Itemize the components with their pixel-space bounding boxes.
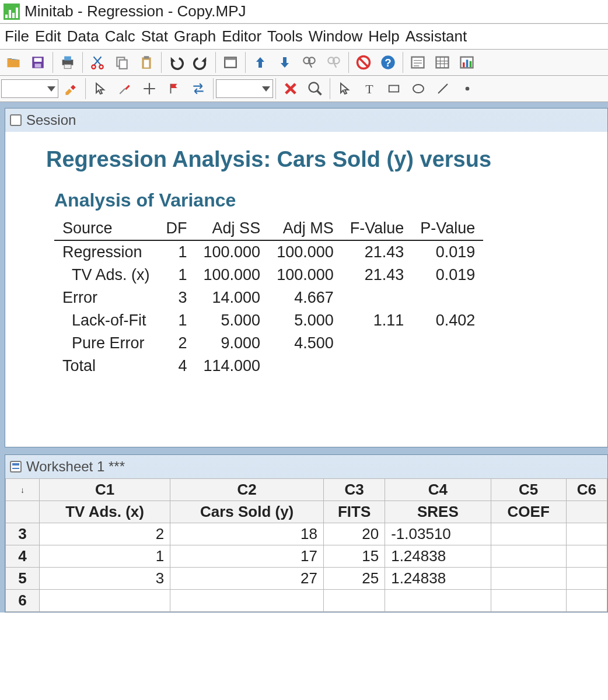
grid-cell[interactable] <box>385 590 491 612</box>
worksheet-window-icon <box>10 461 22 473</box>
grid-cell[interactable] <box>491 545 566 568</box>
aov-cell <box>268 355 342 377</box>
column-name-header[interactable]: TV Ads. (x) <box>40 501 170 523</box>
column-name-header[interactable] <box>566 501 607 523</box>
graph-window-icon[interactable] <box>455 51 478 74</box>
grid-cell[interactable] <box>566 568 607 590</box>
save-icon[interactable] <box>26 51 50 74</box>
column-name-header[interactable]: FITS <box>324 501 385 523</box>
menu-graph[interactable]: Graph <box>172 26 218 47</box>
style-combo[interactable] <box>216 79 273 98</box>
marker-tool-icon[interactable] <box>456 77 479 100</box>
row-header[interactable]: 3 <box>6 523 40 545</box>
zoom-icon[interactable] <box>303 77 327 100</box>
grid-cell[interactable]: 25 <box>324 568 385 590</box>
grid-cell[interactable] <box>566 590 607 612</box>
session-window-icon[interactable] <box>406 51 429 74</box>
grid-cell[interactable] <box>491 523 566 545</box>
pointer2-icon[interactable] <box>333 77 357 100</box>
column-header[interactable]: C6 <box>566 479 607 501</box>
menu-file[interactable]: File <box>2 26 32 47</box>
arrow-down-icon[interactable] <box>273 51 296 74</box>
print-icon[interactable] <box>56 51 79 74</box>
help-icon[interactable]: ? <box>376 51 400 74</box>
grid-cell[interactable] <box>566 545 607 568</box>
aov-cell: 5.000 <box>195 309 269 332</box>
column-header[interactable]: C2 <box>170 479 324 501</box>
grid-cell[interactable]: 1 <box>40 545 170 568</box>
column-name-header[interactable]: SRES <box>385 501 491 523</box>
font-combo[interactable] <box>1 79 58 98</box>
menu-calc[interactable]: Calc <box>103 26 138 47</box>
menu-window[interactable]: Window <box>306 26 365 47</box>
find-icon[interactable] <box>298 51 321 74</box>
highlight-icon[interactable] <box>59 77 82 100</box>
redo-icon[interactable] <box>189 51 212 74</box>
aov-cell: 21.43 <box>342 264 413 286</box>
separator-icon <box>275 78 276 99</box>
grid-cell[interactable]: 1.24838 <box>385 545 491 568</box>
text-tool-icon[interactable]: T <box>358 77 381 100</box>
brush-icon[interactable] <box>113 77 137 100</box>
menu-stat[interactable]: Stat <box>139 26 170 47</box>
copy-icon[interactable] <box>110 51 134 74</box>
window-title: Minitab - Regression - Copy.MPJ <box>25 2 246 20</box>
line-tool-icon[interactable] <box>431 77 455 100</box>
grid-cell[interactable]: 17 <box>170 545 324 568</box>
grid-cell[interactable]: 18 <box>170 523 324 545</box>
arrow-up-icon[interactable] <box>249 51 272 74</box>
grid-cell[interactable]: 15 <box>324 545 385 568</box>
grid-cell[interactable] <box>170 590 324 612</box>
column-header[interactable]: C3 <box>324 479 385 501</box>
new-window-icon[interactable] <box>219 51 242 74</box>
delete-icon[interactable] <box>279 77 302 100</box>
aov-cell: 1.11 <box>342 309 413 332</box>
grid-cell[interactable]: -1.03510 <box>385 523 491 545</box>
grid-cell[interactable]: 3 <box>40 568 170 590</box>
svg-rect-22 <box>412 57 424 68</box>
swap-icon[interactable] <box>187 77 210 100</box>
menu-editor[interactable]: Editor <box>219 26 264 47</box>
grid-cell[interactable] <box>491 590 566 612</box>
grid-cell[interactable] <box>324 590 385 612</box>
app-logo-icon <box>4 4 20 20</box>
grid-cell[interactable] <box>491 568 566 590</box>
grid-cell[interactable]: 27 <box>170 568 324 590</box>
rectangle-tool-icon[interactable] <box>382 77 406 100</box>
menu-help[interactable]: Help <box>366 26 401 47</box>
grid-corner[interactable]: ↓ <box>6 479 40 501</box>
grid-cell[interactable] <box>566 523 607 545</box>
menu-tools[interactable]: Tools <box>265 26 305 47</box>
paste-icon[interactable] <box>135 51 158 74</box>
row-header[interactable]: 5 <box>6 568 40 590</box>
grid-cell[interactable]: 20 <box>324 523 385 545</box>
menu-assistant[interactable]: Assistant <box>403 26 470 47</box>
menu-edit[interactable]: Edit <box>33 26 64 47</box>
column-name-header[interactable]: COEF <box>491 501 566 523</box>
ellipse-tool-icon[interactable] <box>407 77 430 100</box>
grid-cell[interactable]: 2 <box>40 523 170 545</box>
column-header[interactable]: C1 <box>40 479 170 501</box>
svg-rect-12 <box>144 60 149 68</box>
session-titlebar[interactable]: Session <box>5 108 607 132</box>
undo-icon[interactable] <box>165 51 188 74</box>
row-header[interactable]: 4 <box>6 545 40 568</box>
cancel-icon[interactable] <box>352 51 375 74</box>
pointer-icon[interactable] <box>89 77 112 100</box>
column-name-header[interactable]: Cars Sold (y) <box>170 501 324 523</box>
worksheet-grid[interactable]: ↓C1C2C3C4C5C6 TV Ads. (x)Cars Sold (y)FI… <box>5 478 607 612</box>
grid-cell[interactable]: 1.24838 <box>385 568 491 590</box>
worksheet-titlebar[interactable]: Worksheet 1 *** <box>5 455 607 478</box>
crosshair-icon[interactable] <box>138 77 161 100</box>
grid-cell[interactable] <box>40 590 170 612</box>
flag-icon[interactable] <box>162 77 186 100</box>
cut-icon[interactable] <box>86 51 109 74</box>
find-next-icon[interactable] <box>322 51 345 74</box>
worksheet-window-icon[interactable] <box>431 51 454 74</box>
open-icon[interactable] <box>2 51 25 74</box>
menu-data[interactable]: Data <box>65 26 102 47</box>
row-header[interactable]: 6 <box>6 590 40 612</box>
column-header[interactable]: C4 <box>385 479 491 501</box>
aov-source-cell: Error <box>54 286 158 309</box>
column-header[interactable]: C5 <box>491 479 566 501</box>
